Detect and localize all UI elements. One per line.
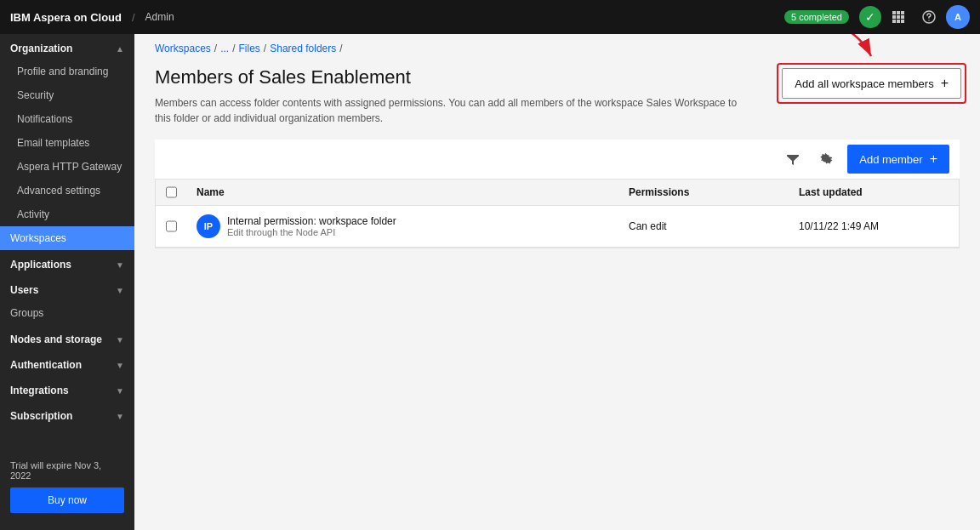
- organization-label: Organization: [10, 43, 72, 54]
- svg-rect-6: [892, 20, 896, 23]
- svg-rect-3: [892, 15, 896, 19]
- plus-icon: +: [941, 76, 949, 91]
- svg-rect-4: [897, 15, 900, 19]
- trial-text: Trial will expire Nov 3, 2022: [10, 460, 124, 481]
- table-row[interactable]: IP Internal permission: workspace folder…: [156, 206, 959, 248]
- svg-rect-0: [892, 11, 896, 14]
- sidebar-item-groups[interactable]: Groups: [0, 301, 134, 325]
- add-workspace-btn-label: Add all workspace members: [795, 77, 933, 90]
- row-last-updated-cell: 10/11/22 1:49 AM: [789, 206, 959, 247]
- breadcrumb-sep4: /: [339, 43, 342, 54]
- page-header: Members of Sales Enablement Members can …: [134, 60, 980, 140]
- check-icon[interactable]: ✓: [859, 6, 881, 28]
- topbar-right: 5 completed ✓ A: [784, 3, 970, 31]
- chevron-down-icon-integrations: ▼: [116, 386, 124, 396]
- sidebar-item-security[interactable]: Security: [0, 83, 134, 107]
- help-icon-button[interactable]: [915, 3, 943, 31]
- sidebar-section-nodes[interactable]: Nodes and storage ▼: [0, 325, 134, 350]
- breadcrumb-sep3: /: [264, 43, 266, 54]
- members-table: Name Permissions Last updated IP: [155, 180, 960, 248]
- avatar-initials: A: [954, 12, 961, 22]
- sidebar-section-users[interactable]: Users ▼: [0, 276, 134, 301]
- sidebar-section-organization[interactable]: Organization ▲: [0, 34, 134, 60]
- topbar-divider: /: [132, 11, 135, 24]
- breadcrumb: Workspaces / ... / Files / Shared folder…: [134, 34, 980, 60]
- add-member-button[interactable]: Add member +: [847, 145, 949, 174]
- svg-rect-7: [897, 20, 900, 23]
- topbar-left: IBM Aspera on Cloud / Admin: [10, 11, 174, 24]
- sidebar-section-subscription[interactable]: Subscription ▼: [0, 402, 134, 427]
- table-header-checkbox-cell: [156, 180, 186, 205]
- table-header-row: Name Permissions Last updated: [156, 180, 959, 206]
- row-avatar: IP: [197, 214, 220, 238]
- svg-point-10: [928, 20, 929, 20]
- sidebar-item-activity[interactable]: Activity: [0, 202, 134, 226]
- add-all-workspace-members-button[interactable]: Add all workspace members +: [782, 68, 961, 99]
- topbar: IBM Aspera on Cloud / Admin 5 completed …: [0, 0, 980, 34]
- topbar-logo: IBM Aspera on Cloud: [10, 11, 122, 24]
- breadcrumb-ellipsis[interactable]: ...: [220, 43, 229, 54]
- sidebar-item-notifications[interactable]: Notifications: [0, 107, 134, 131]
- chevron-down-icon-nodes: ▼: [116, 335, 124, 345]
- help-icon: [922, 10, 936, 24]
- gear-icon: [820, 152, 834, 166]
- chevron-up-icon: ▲: [116, 44, 124, 54]
- filter-icon-button[interactable]: [779, 145, 806, 173]
- buy-now-button[interactable]: Buy now: [10, 487, 124, 513]
- apps-icon-button[interactable]: [885, 3, 912, 31]
- chevron-down-icon-auth: ▼: [116, 361, 124, 370]
- row-checkbox-cell: [156, 206, 186, 247]
- row-date: 10/11/22: [799, 220, 839, 232]
- topbar-admin: Admin: [145, 11, 174, 23]
- sidebar-section-authentication[interactable]: Authentication ▼: [0, 350, 134, 376]
- sidebar-item-email-templates[interactable]: Email templates: [0, 131, 134, 155]
- chevron-down-icon-users: ▼: [116, 286, 124, 295]
- sidebar-item-advanced-settings[interactable]: Advanced settings: [0, 179, 134, 202]
- svg-rect-5: [901, 15, 904, 19]
- breadcrumb-sep2: /: [232, 43, 235, 54]
- name-with-avatar: IP Internal permission: workspace folder…: [197, 214, 396, 238]
- sidebar-section-integrations[interactable]: Integrations ▼: [0, 376, 134, 402]
- add-member-btn-label: Add member: [859, 153, 922, 166]
- breadcrumb-workspaces[interactable]: Workspaces: [155, 43, 211, 54]
- sidebar-item-aspera-http-gateway[interactable]: Aspera HTTP Gateway: [0, 155, 134, 179]
- sidebar-item-workspaces[interactable]: Workspaces: [0, 226, 134, 250]
- row-name-main: Internal permission: workspace folder: [227, 215, 396, 227]
- settings-icon-button[interactable]: [813, 145, 840, 173]
- filter-icon: [786, 152, 800, 166]
- breadcrumb-sep1: /: [214, 43, 217, 54]
- add-workspace-btn-container: Add all workspace members +: [777, 63, 966, 104]
- completed-badge: 5 completed: [784, 10, 849, 24]
- select-all-checkbox[interactable]: [166, 186, 177, 198]
- add-member-plus-icon: +: [930, 151, 937, 167]
- row-time: 1:49 AM: [841, 220, 879, 232]
- chevron-down-icon-apps: ▼: [116, 260, 124, 270]
- page-title: Members of Sales Enablement: [155, 66, 750, 88]
- avatar[interactable]: A: [946, 5, 970, 29]
- layout: Organization ▲ Profile and branding Secu…: [0, 34, 980, 530]
- sidebar-section-applications[interactable]: Applications ▼: [0, 250, 134, 276]
- page-header-text: Members of Sales Enablement Members can …: [155, 66, 750, 126]
- table-toolbar: Add member +: [155, 140, 960, 180]
- breadcrumb-files[interactable]: Files: [239, 43, 260, 54]
- main-content: Workspaces / ... / Files / Shared folder…: [134, 34, 980, 530]
- apps-icon: [892, 10, 905, 24]
- table-header-permissions: Permissions: [618, 180, 789, 205]
- page-description: Members can access folder contents with …: [155, 95, 750, 126]
- name-text-group: Internal permission: workspace folder Ed…: [227, 215, 396, 237]
- chevron-down-icon-subscription: ▼: [116, 412, 124, 421]
- row-name-cell: IP Internal permission: workspace folder…: [186, 206, 618, 247]
- row-permissions-cell: Can edit: [618, 206, 789, 247]
- svg-rect-1: [897, 11, 900, 14]
- row-name-sub: Edit through the Node API: [227, 227, 396, 237]
- trial-section: Trial will expire Nov 3, 2022 Buy now: [0, 450, 134, 523]
- svg-rect-2: [901, 11, 904, 14]
- svg-rect-8: [901, 20, 904, 23]
- table-header-name: Name: [186, 180, 618, 205]
- sidebar: Organization ▲ Profile and branding Secu…: [0, 34, 134, 530]
- breadcrumb-shared-folders[interactable]: Shared folders: [270, 43, 336, 54]
- row-checkbox[interactable]: [166, 220, 177, 232]
- sidebar-item-profile[interactable]: Profile and branding: [0, 60, 134, 83]
- table-header-last-updated: Last updated: [789, 180, 959, 205]
